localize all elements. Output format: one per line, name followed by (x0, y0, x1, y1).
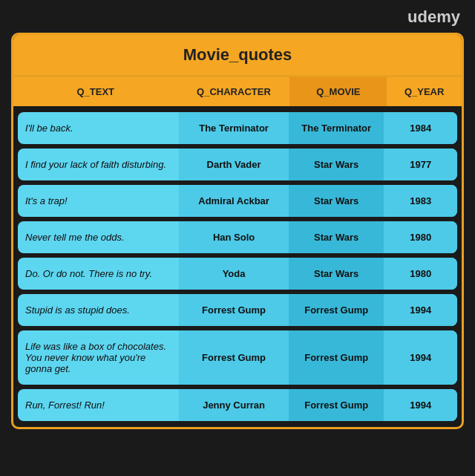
cell-year: 1994 (384, 389, 457, 421)
cell-character: Yoda (179, 258, 289, 290)
cell-year: 1977 (384, 149, 457, 180)
cell-character: Forrest Gump (179, 294, 289, 326)
cell-character: Admiral Ackbar (179, 185, 289, 217)
header-qmovie: Q_MOVIE (289, 77, 387, 106)
cell-movie: Forrest Gump (289, 294, 384, 326)
cell-quote-text: It's a trap! (18, 185, 179, 217)
table-row: Run, Forrest! Run!Jenny CurranForrest Gu… (18, 389, 457, 421)
cell-quote-text: Run, Forrest! Run! (18, 389, 179, 421)
cell-quote-text: I find your lack of faith disturbing. (18, 149, 179, 180)
cell-year: 1980 (384, 258, 457, 290)
cell-character: Forrest Gump (179, 330, 289, 385)
cell-character: Jenny Curran (179, 389, 289, 421)
cell-movie: The Terminator (289, 112, 384, 144)
table-header: Q_TEXT Q_CHARACTER Q_MOVIE Q_YEAR (13, 75, 462, 106)
cell-character: Han Solo (179, 221, 289, 253)
cell-movie: Forrest Gump (289, 330, 384, 385)
cell-movie: Forrest Gump (289, 389, 384, 421)
cell-movie: Star Wars (289, 185, 384, 217)
cell-quote-text: Stupid is as stupid does. (18, 294, 179, 326)
cell-quote-text: Do. Or do not. There is no try. (18, 258, 179, 290)
cell-year: 1983 (384, 185, 457, 217)
table-title: Movie_quotes (13, 35, 462, 75)
udemy-logo: udemy (407, 7, 464, 27)
cell-quote-text: Life was like a box of chocolates. You n… (18, 330, 179, 385)
table-body: I'll be back.The TerminatorThe Terminato… (13, 112, 462, 421)
header-qcharacter: Q_CHARACTER (177, 77, 289, 106)
table-row: It's a trap!Admiral AckbarStar Wars1983 (18, 185, 457, 217)
cell-year: 1994 (384, 294, 457, 326)
cell-character: The Terminator (179, 112, 289, 144)
cell-quote-text: Never tell me the odds. (18, 221, 179, 253)
movie-quotes-table: Movie_quotes Q_TEXT Q_CHARACTER Q_MOVIE … (11, 33, 464, 429)
header-qyear: Q_YEAR (387, 77, 462, 106)
cell-character: Darth Vader (179, 149, 289, 180)
cell-quote-text: I'll be back. (18, 112, 179, 144)
cell-year: 1980 (384, 221, 457, 253)
table-row: Do. Or do not. There is no try.YodaStar … (18, 258, 457, 290)
table-row: I'll be back.The TerminatorThe Terminato… (18, 112, 457, 144)
cell-year: 1994 (384, 330, 457, 385)
table-row: Stupid is as stupid does.Forrest GumpFor… (18, 294, 457, 326)
cell-year: 1984 (384, 112, 457, 144)
table-row: Life was like a box of chocolates. You n… (18, 330, 457, 385)
header-qtext: Q_TEXT (13, 77, 177, 106)
table-row: I find your lack of faith disturbing.Dar… (18, 149, 457, 180)
cell-movie: Star Wars (289, 221, 384, 253)
cell-movie: Star Wars (289, 258, 384, 290)
cell-movie: Star Wars (289, 149, 384, 180)
table-row: Never tell me the odds.Han SoloStar Wars… (18, 221, 457, 253)
